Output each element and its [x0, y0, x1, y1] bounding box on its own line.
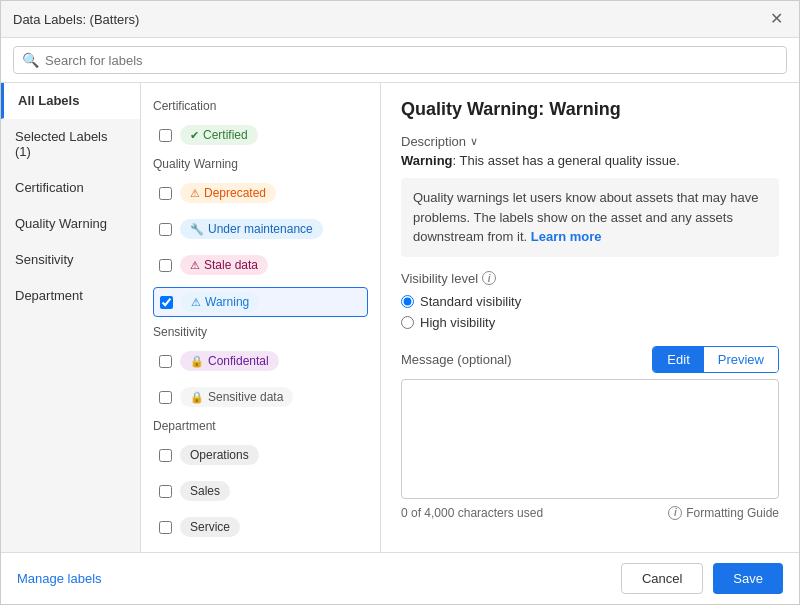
- dialog-title: Data Labels: (Batters): [13, 12, 139, 27]
- formatting-info-icon: i: [668, 506, 682, 520]
- checkbox-certified[interactable]: [159, 129, 172, 142]
- radio-standard-visibility: Standard visibility: [401, 294, 779, 309]
- sidebar-item-certification[interactable]: Certification: [1, 170, 140, 206]
- label-row-sensitive-data: 🔒 Sensitive data: [153, 383, 368, 411]
- detail-panel: Quality Warning: Warning Description ∨ W…: [381, 83, 799, 552]
- message-textarea[interactable]: [401, 379, 779, 499]
- checkbox-stale-data[interactable]: [159, 259, 172, 272]
- department-section-title: Department: [153, 419, 368, 433]
- search-bar: 🔍: [1, 38, 799, 83]
- checkbox-sensitive-data[interactable]: [159, 391, 172, 404]
- dialog-body: All Labels Selected Labels (1) Certifica…: [1, 83, 799, 552]
- chevron-down-icon: ∨: [470, 135, 478, 148]
- label-row-certified: ✔ Certified: [153, 121, 368, 149]
- deprecated-icon: ⚠: [190, 187, 200, 200]
- badge-certified[interactable]: ✔ Certified: [180, 125, 258, 145]
- warning-icon: ⚠: [191, 296, 201, 309]
- badge-sensitive-data[interactable]: 🔒 Sensitive data: [180, 387, 293, 407]
- cancel-button[interactable]: Cancel: [621, 563, 703, 594]
- message-footer: 0 of 4,000 characters used i Formatting …: [401, 506, 779, 520]
- info-box: Quality warnings let users know about as…: [401, 178, 779, 257]
- checkbox-service[interactable]: [159, 521, 172, 534]
- confidental-icon: 🔒: [190, 355, 204, 368]
- manage-labels-link[interactable]: Manage labels: [17, 571, 102, 586]
- radio-high-visibility: High visibility: [401, 315, 779, 330]
- checkbox-operations[interactable]: [159, 449, 172, 462]
- search-input[interactable]: [45, 53, 778, 68]
- label-row-warning: ⚠ Warning: [153, 287, 368, 317]
- char-count: 0 of 4,000 characters used: [401, 506, 543, 520]
- search-icon: 🔍: [22, 52, 39, 68]
- label-row-service: Service: [153, 513, 368, 541]
- label-row-operations: Operations: [153, 441, 368, 469]
- sidebar: All Labels Selected Labels (1) Certifica…: [1, 83, 141, 552]
- dialog-header: Data Labels: (Batters) ✕: [1, 1, 799, 38]
- sensitivity-section-title: Sensitivity: [153, 325, 368, 339]
- badge-deprecated[interactable]: ⚠ Deprecated: [180, 183, 276, 203]
- description-text: Warning: This asset has a general qualit…: [401, 153, 779, 168]
- label-row-deprecated: ⚠ Deprecated: [153, 179, 368, 207]
- labels-panel: Certification ✔ Certified Quality Warnin…: [141, 83, 381, 552]
- label-row-under-maintenance: 🔧 Under maintenance: [153, 215, 368, 243]
- certification-section-title: Certification: [153, 99, 368, 113]
- badge-sales[interactable]: Sales: [180, 481, 230, 501]
- search-input-wrap: 🔍: [13, 46, 787, 74]
- label-row-confidental: 🔒 Confidental: [153, 347, 368, 375]
- label-row-stale-data: ⚠ Stale data: [153, 251, 368, 279]
- info-icon: i: [482, 271, 496, 285]
- description-label: Description ∨: [401, 134, 779, 149]
- tab-edit[interactable]: Edit: [653, 347, 703, 372]
- save-button[interactable]: Save: [713, 563, 783, 594]
- quality-warning-section-title: Quality Warning: [153, 157, 368, 171]
- sidebar-item-department[interactable]: Department: [1, 278, 140, 314]
- checkbox-confidental[interactable]: [159, 355, 172, 368]
- sidebar-item-all-labels[interactable]: All Labels: [1, 83, 140, 119]
- sensitive-data-icon: 🔒: [190, 391, 204, 404]
- label-row-sales: Sales: [153, 477, 368, 505]
- tab-preview[interactable]: Preview: [704, 347, 778, 372]
- badge-service[interactable]: Service: [180, 517, 240, 537]
- learn-more-link[interactable]: Learn more: [531, 229, 602, 244]
- checkbox-sales[interactable]: [159, 485, 172, 498]
- visibility-label: Visibility level i: [401, 271, 779, 286]
- checkbox-warning[interactable]: [160, 296, 173, 309]
- radio-standard-input[interactable]: [401, 295, 414, 308]
- sidebar-item-selected-labels[interactable]: Selected Labels (1): [1, 119, 140, 170]
- dialog: Data Labels: (Batters) ✕ 🔍 All Labels Se…: [0, 0, 800, 605]
- under-maintenance-icon: 🔧: [190, 223, 204, 236]
- badge-under-maintenance[interactable]: 🔧 Under maintenance: [180, 219, 323, 239]
- radio-high-input[interactable]: [401, 316, 414, 329]
- dialog-footer: Manage labels Cancel Save: [1, 552, 799, 604]
- certified-icon: ✔: [190, 129, 199, 142]
- description-bold: Warning: [401, 153, 453, 168]
- badge-warning[interactable]: ⚠ Warning: [181, 292, 259, 312]
- detail-title: Quality Warning: Warning: [401, 99, 779, 120]
- close-button[interactable]: ✕: [766, 9, 787, 29]
- message-label: Message (optional): [401, 352, 512, 367]
- formatting-guide: i Formatting Guide: [668, 506, 779, 520]
- tab-group: Edit Preview: [652, 346, 779, 373]
- badge-operations[interactable]: Operations: [180, 445, 259, 465]
- badge-stale-data[interactable]: ⚠ Stale data: [180, 255, 268, 275]
- checkbox-deprecated[interactable]: [159, 187, 172, 200]
- sidebar-item-sensitivity[interactable]: Sensitivity: [1, 242, 140, 278]
- sidebar-item-quality-warning[interactable]: Quality Warning: [1, 206, 140, 242]
- message-header: Message (optional) Edit Preview: [401, 346, 779, 373]
- badge-confidental[interactable]: 🔒 Confidental: [180, 351, 279, 371]
- checkbox-under-maintenance[interactable]: [159, 223, 172, 236]
- stale-data-icon: ⚠: [190, 259, 200, 272]
- visibility-options: Standard visibility High visibility: [401, 294, 779, 330]
- footer-actions: Cancel Save: [621, 563, 783, 594]
